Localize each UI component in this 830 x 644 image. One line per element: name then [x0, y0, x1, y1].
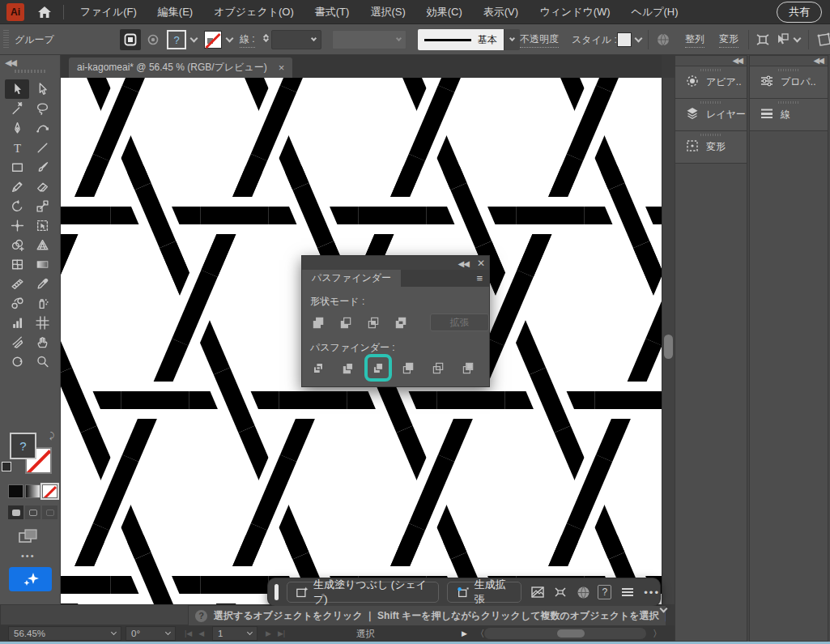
screen-mode-icon[interactable] [18, 528, 39, 548]
menu-item-7[interactable]: ウィンドウ(W) [539, 5, 610, 19]
pathfinder-merge-button[interactable] [370, 360, 386, 376]
stroke-style-dropdown[interactable]: 基本 [418, 29, 504, 50]
magic-wand-tool[interactable] [5, 99, 29, 118]
generative-ai-button[interactable] [9, 567, 52, 591]
vertical-scrollbar-thumb[interactable] [664, 335, 673, 359]
default-fill-stroke-icon[interactable] [2, 462, 11, 471]
next-artboard-icon[interactable]: ▶ [266, 629, 271, 638]
zoom-tool[interactable] [30, 352, 54, 371]
expand-button[interactable]: 拡張 [430, 313, 489, 331]
isolate-partial-icon[interactable] [816, 24, 830, 55]
generative-expand-button[interactable]: 生成拡張 [447, 582, 521, 603]
rotate-tool[interactable] [5, 196, 29, 215]
control-bar-grip[interactable] [3, 24, 9, 55]
share-button[interactable]: 共有 [777, 2, 822, 23]
scroll-right-icon[interactable]: 〉 [653, 628, 662, 640]
fill-color-well[interactable]: ? [167, 30, 186, 49]
symbol-sprayer-tool[interactable] [30, 293, 54, 313]
dock-panel-col1-0[interactable]: アピア.. [675, 66, 747, 99]
hint-help-icon[interactable]: ? [195, 610, 207, 622]
pathfinder-minus-back-button[interactable] [460, 360, 476, 376]
prev-artboard-icon[interactable]: ◀ [198, 629, 204, 638]
menu-item-5[interactable]: 効果(C) [427, 5, 462, 19]
generative-fill-button[interactable]: 生成塗りつぶし (シェイプ) [287, 582, 440, 603]
horizontal-scrollbar-thumb[interactable] [557, 629, 585, 638]
pathfinder-trim-button[interactable] [340, 360, 356, 376]
shear-tool[interactable] [5, 274, 29, 293]
menu-item-1[interactable]: 編集(E) [158, 5, 193, 19]
swap-fill-stroke-icon[interactable]: ⤸ [49, 431, 54, 441]
gradient-button[interactable] [25, 484, 40, 498]
column-graph-tool[interactable] [5, 313, 29, 332]
stroke-color-well[interactable] [204, 31, 222, 49]
slice-tool[interactable] [5, 332, 29, 352]
taskbar-grip[interactable] [275, 584, 279, 600]
dock-collapse-icon[interactable]: ◀◀ [750, 56, 828, 66]
curvature-tool[interactable] [30, 118, 54, 138]
menu-item-6[interactable]: 表示(V) [483, 5, 518, 19]
fill-proxy[interactable]: ? [10, 433, 36, 459]
close-tab-icon[interactable]: × [279, 62, 285, 74]
pathfinder-outline-button[interactable] [430, 360, 446, 376]
pathfinder-divide-button[interactable] [310, 360, 326, 376]
draw-behind-button[interactable] [25, 505, 40, 519]
document-tab[interactable]: ai-kagomeai* @ 56.45 % (RGB/プレビュー) × [69, 58, 292, 78]
taskbar-menu-icon[interactable] [619, 582, 636, 603]
line-segment-tool[interactable] [30, 138, 54, 157]
scroll-left-icon[interactable]: 〈 [475, 628, 485, 640]
first-artboard-icon[interactable]: |◀ [185, 629, 192, 638]
shape-mode-exclude-button[interactable] [393, 314, 409, 331]
scale-tool[interactable] [30, 196, 54, 215]
expand-status-icon[interactable]: ▶ [462, 629, 467, 638]
stroke-weight-stepper[interactable] [264, 38, 268, 41]
align-link[interactable]: 整列 [685, 24, 704, 55]
pencil-tool[interactable] [5, 177, 29, 196]
toolbar-grip[interactable] [15, 70, 45, 73]
paintbrush-tool[interactable] [30, 157, 54, 177]
draw-normal-button[interactable] [8, 505, 23, 519]
opacity-label[interactable]: 不透明度 [520, 24, 559, 55]
menu-item-2[interactable]: オブジェクト(O) [214, 5, 294, 19]
pathfinder-crop-button[interactable] [400, 360, 416, 376]
panel-menu-icon[interactable]: ≡ [476, 272, 483, 284]
width-tool[interactable] [5, 215, 29, 235]
fill-dropdown-chevron[interactable] [190, 34, 198, 42]
select-similar-chevron[interactable] [794, 34, 802, 42]
pen-tool[interactable] [5, 118, 29, 138]
style-chevron[interactable] [635, 34, 643, 42]
dock-panel-col1-1[interactable]: レイヤー [675, 99, 747, 131]
taskbar-more-icon[interactable]: ••• [644, 586, 660, 599]
selection-tool[interactable] [5, 79, 29, 99]
rotate-view-tool[interactable] [5, 352, 29, 371]
last-artboard-icon[interactable]: ▶| [278, 629, 285, 638]
select-similar-icon[interactable] [776, 32, 790, 48]
perspective-grid-tool[interactable] [30, 235, 54, 254]
fit-view-icon[interactable] [552, 582, 568, 603]
rectangle-tool[interactable] [5, 157, 29, 177]
artboard-number-dropdown[interactable]: 1 [212, 626, 258, 641]
horizontal-scrollbar[interactable] [484, 628, 646, 639]
lasso-tool[interactable] [30, 99, 54, 118]
free-transform-tool[interactable] [30, 215, 54, 235]
brush-definition-dropdown[interactable] [332, 30, 406, 49]
style-swatch[interactable] [617, 32, 632, 47]
dock-panel-col2-1[interactable]: 線 [750, 99, 828, 131]
stroke-weight-label[interactable]: 線 : [240, 24, 255, 55]
direct-selection-tool[interactable] [30, 79, 54, 99]
mesh-tool[interactable] [5, 254, 29, 274]
panel-collapse-icon[interactable]: ◀◀ [458, 259, 469, 268]
hand-tool[interactable] [30, 332, 54, 352]
blend-tool[interactable] [5, 293, 29, 313]
stroke-dropdown-chevron[interactable] [226, 34, 234, 42]
stroke-weight-field[interactable] [271, 30, 321, 49]
color-button[interactable] [8, 484, 23, 498]
gradient-tool[interactable] [30, 254, 54, 274]
dock-panel-col1-2[interactable]: 変形 [675, 131, 747, 164]
target-button[interactable] [143, 29, 164, 50]
dock-collapse-icon[interactable]: ◀◀ [675, 56, 747, 66]
edit-toolbar-dots[interactable]: ••• [21, 551, 36, 561]
shared-settings-icon[interactable] [756, 24, 770, 55]
taskbar-help-button[interactable]: ? [598, 585, 611, 599]
dock-panel-col2-0[interactable]: プロパ.. [750, 66, 828, 99]
shape-mode-minus-front-button[interactable] [338, 314, 354, 331]
